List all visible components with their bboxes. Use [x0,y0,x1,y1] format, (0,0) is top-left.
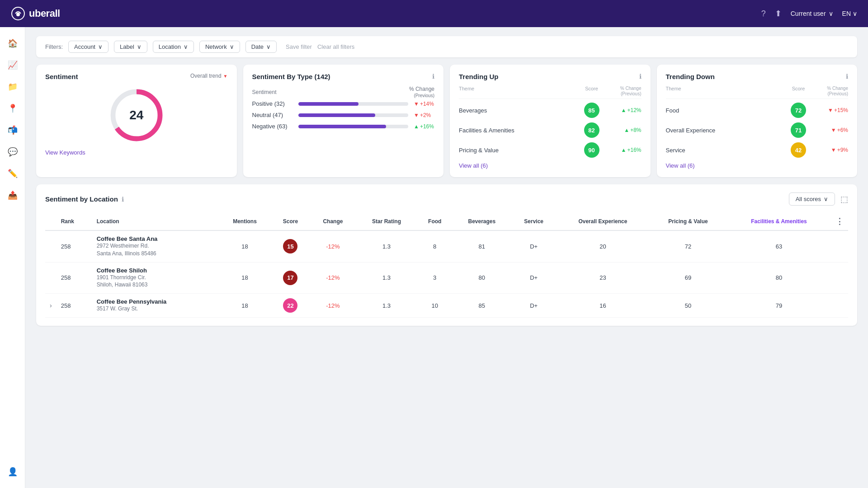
tu-score-pricing: 90 [584,142,599,158]
sidebar-item-location[interactable]: 📍 [4,99,22,117]
filter-account-button[interactable]: Account ∨ [68,41,108,53]
uberall-logo-icon [11,6,25,21]
star-rating-2: 1.3 [356,262,417,294]
tu-change-facilities: ▲+8% [605,127,642,133]
column-settings-icon[interactable]: ⋮ [835,217,844,226]
view-keywords-link[interactable]: View Keywords [45,149,228,156]
account-chevron-icon: ∨ [98,43,103,50]
th-mentions: Mentions [218,213,271,230]
trending-up-title: Trending Up [459,73,499,80]
beverages-1: 81 [453,230,511,262]
th-location: Location [92,213,219,230]
sbt-neutral-row: Neutral (47) ▼+2% [252,112,435,118]
row-expand-3[interactable]: › [45,294,57,318]
table-row: 258 Coffee Bee Santa Ana 2972 Westheimer… [45,230,848,262]
td-score-service: 42 [791,142,806,158]
td-score-overall: 71 [791,122,806,138]
td-col-change: % Change (Previous) [812,86,848,97]
sidebar-item-chat[interactable]: 💬 [4,143,22,161]
actions-2 [831,262,848,294]
sbt-col-change: % Change (Previous) [409,86,434,99]
user-menu[interactable]: Current user ∨ [791,10,833,17]
trending-up-info-icon[interactable]: ℹ [639,73,642,80]
cards-row: Sentiment Overall trend ▼ 24 View K [36,65,857,177]
location-table-title: Sentiment by Location [45,195,118,203]
th-beverages: Beverages [453,213,511,230]
sentiment-by-location-card: Sentiment by Location ℹ All scores ∨ ⬚ [36,184,857,326]
pricing-3: 50 [649,294,727,318]
sidebar-item-home[interactable]: 🏠 [4,34,22,52]
all-scores-chevron-icon: ∨ [824,196,828,202]
location-chevron-icon: ∨ [184,43,188,50]
clear-filters-button[interactable]: Clear all filters [317,43,354,50]
trending-down-info-icon[interactable]: ℹ [846,73,848,80]
th-actions: ⋮ [831,213,848,230]
pricing-2: 69 [649,262,727,294]
sidebar-item-send[interactable]: 📤 [4,186,22,204]
sidebar-item-user[interactable]: 👤 [4,463,22,481]
row-expand-2[interactable] [45,262,57,294]
filter-network-button[interactable]: Network ∨ [199,41,240,53]
date-chevron-icon: ∨ [266,43,271,50]
expand-chevron-icon[interactable]: › [50,302,52,309]
tu-col-score: Score [578,86,605,97]
rank-2: 258 [57,262,92,294]
location-1: Coffee Bee Santa Ana 2972 Westheimer Rd.… [92,230,219,262]
sidebar-item-edit[interactable]: ✏️ [4,164,22,183]
language-selector[interactable]: EN ∨ [842,10,857,17]
sidebar-item-analytics[interactable]: 📈 [4,56,22,74]
th-food: Food [417,213,453,230]
donut-chart: 24 [45,86,228,145]
pricing-1: 72 [649,230,727,262]
logo-area: uberall [11,6,60,21]
trending-down-view-all[interactable]: View all (6) [666,162,849,169]
sbt-neutral-bar [298,113,409,117]
row-expand-1[interactable] [45,230,57,262]
table-header-row: Rank Location Mentions Score Change Star… [45,213,848,230]
overall-2: 23 [557,262,649,294]
all-scores-button[interactable]: All scores ∨ [789,192,835,206]
td-row-overall: Overall Experience 71 ▼+6% [666,122,849,138]
th-facilities-amenities: Facilities & Amenities [727,213,831,230]
sidebar-item-folders[interactable]: 📁 [4,78,22,96]
tu-row-facilities: Facilities & Amenities 82 ▲+8% [459,122,642,138]
filters-label: Filters: [45,43,63,50]
help-icon[interactable]: ? [761,9,766,19]
filter-date-button[interactable]: Date ∨ [245,41,277,53]
service-3: D+ [511,294,556,318]
filter-location-button[interactable]: Location ∨ [153,41,194,53]
table-controls: All scores ∨ ⬚ [789,192,848,206]
td-col-score: Score [785,86,812,97]
sbt-info-icon[interactable]: ℹ [432,73,434,80]
score-3: 22 [271,294,310,318]
sidebar-item-inbox[interactable]: 📬 [4,121,22,139]
overall-1: 20 [557,230,649,262]
facilities-1: 63 [727,230,831,262]
tu-score-beverages: 85 [584,103,599,118]
location-2: Coffee Bee Shiloh 1901 Thornridge Cir. S… [92,262,219,294]
td-change-service: ▼+9% [812,147,848,153]
sbt-positive-bar [298,102,409,106]
mentions-1: 18 [218,230,271,262]
facilities-3: 79 [727,294,831,318]
trending-up-view-all[interactable]: View all (6) [459,162,642,169]
star-rating-3: 1.3 [356,294,417,318]
food-2: 3 [417,262,453,294]
user-chevron-icon: ∨ [829,10,833,17]
tu-row-beverages: Beverages 85 ▲+12% [459,103,642,118]
location-table: Rank Location Mentions Score Change Star… [45,213,848,318]
filter-label-button[interactable]: Label ∨ [114,41,147,53]
sidebar: 🏠 📈 📁 📍 📬 💬 ✏️ 📤 👤 [0,27,25,488]
td-row-service: Service 42 ▼+9% [666,142,849,158]
export-icon[interactable]: ⬚ [840,194,848,204]
td-score-food: 72 [791,103,806,118]
service-1: D+ [511,230,556,262]
save-filter-button[interactable]: Save filter [286,43,312,50]
table-row: › 258 Coffee Bee Pennsylvania 3517 W. Gr… [45,294,848,318]
mentions-2: 18 [218,262,271,294]
overall-trend[interactable]: Overall trend ▼ [190,73,228,79]
share-icon[interactable]: ⬆ [775,9,782,19]
change-3: -12% [310,294,356,318]
top-nav-right: ? ⬆ Current user ∨ EN ∨ [761,9,857,19]
location-table-info-icon[interactable]: ℹ [122,196,124,203]
